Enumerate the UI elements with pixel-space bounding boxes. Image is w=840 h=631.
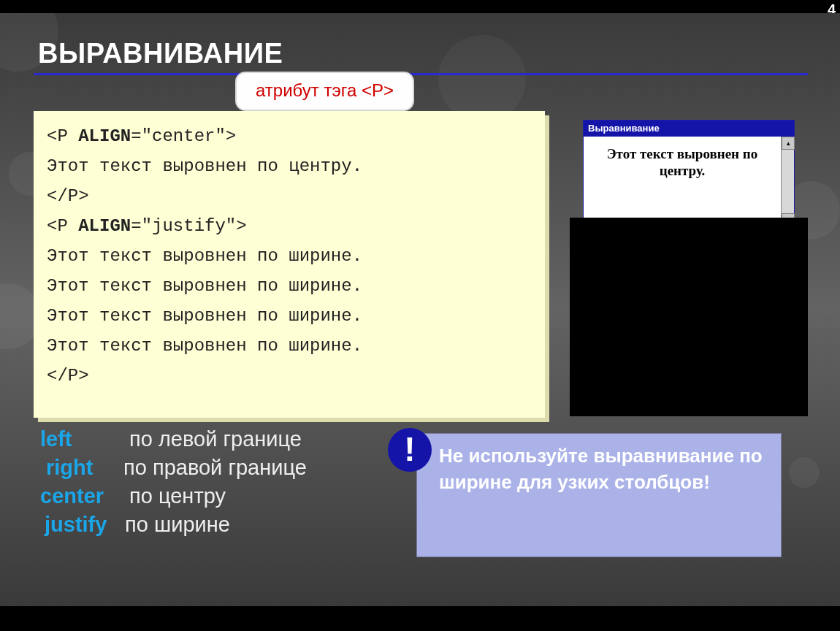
stage: 4 ВЫРАВНИВАНИЕ атрибут тэга <P> <P ALIGN… <box>0 0 840 631</box>
code-txt: Этот текст выровнен по ширине. <box>47 306 362 326</box>
code-txt: ="justify"> <box>131 216 246 236</box>
code-txt: <P <box>47 216 78 236</box>
code-content: <P ALIGN="center"> Этот текст выровнен п… <box>34 111 545 418</box>
code-bold: ALIGN <box>78 126 131 146</box>
title-rule <box>34 73 808 75</box>
align-desc: по правой границе <box>123 456 307 479</box>
preview-content: Этот текст выровнен по центру. <box>584 137 781 226</box>
slide-title: ВЫРАВНИВАНИЕ <box>38 38 283 69</box>
align-row-right: right по правой границе <box>40 454 307 482</box>
callout-attr-p: атрибут тэга <P> <box>235 72 414 111</box>
preview-body: Этот текст выровнен по центру. ▴ ▾ <box>584 137 794 226</box>
align-key: left <box>40 425 123 454</box>
align-desc: по левой границе <box>129 427 302 451</box>
bokeh-dot <box>438 35 526 123</box>
code-txt: <P <box>47 126 78 146</box>
slide: ВЫРАВНИВАНИЕ атрибут тэга <P> <P ALIGN="… <box>0 13 840 606</box>
align-row-center: center по центру <box>40 482 307 510</box>
align-options-list: left по левой границе right по правой гр… <box>40 425 307 539</box>
black-placeholder <box>570 218 808 416</box>
align-desc: по центру <box>129 484 226 508</box>
code-bold: ALIGN <box>78 216 131 236</box>
bokeh-dot <box>789 457 820 488</box>
scroll-up-button[interactable]: ▴ <box>782 137 795 150</box>
code-txt: Этот текст выровнен по ширине. <box>47 276 362 296</box>
code-block: <P ALIGN="center"> Этот текст выровнен п… <box>34 111 545 418</box>
code-txt: Этот текст выровнен по ширине. <box>47 336 362 356</box>
callout-tag: <P> <box>362 80 394 100</box>
warning-box: Не используйте выравнивание по ширине дл… <box>416 433 782 557</box>
callout-text: атрибут тэга <box>256 80 362 100</box>
align-row-left: left по левой границе <box>40 425 307 454</box>
align-key: justify <box>40 510 119 539</box>
align-key: right <box>40 454 118 482</box>
code-txt: ="center"> <box>131 126 236 146</box>
exclamation-icon: ! <box>404 432 415 466</box>
align-row-justify: justify по ширине <box>40 510 307 539</box>
code-txt: </P> <box>47 186 89 206</box>
preview-window: Выравнивание Этот текст выровнен по цент… <box>583 120 795 226</box>
code-txt: Этот текст выровнен по ширине. <box>47 246 362 266</box>
preview-titlebar: Выравнивание <box>584 121 794 137</box>
warning-icon: ! <box>388 428 432 472</box>
scrollbar[interactable]: ▴ ▾ <box>781 137 794 226</box>
code-txt: Этот текст выровнен по центру. <box>47 156 362 176</box>
warning-text: Не используйте выравнивание по ширине дл… <box>439 445 763 493</box>
align-desc: по ширине <box>125 513 230 536</box>
align-key: center <box>40 482 123 510</box>
code-txt: </P> <box>47 366 89 386</box>
